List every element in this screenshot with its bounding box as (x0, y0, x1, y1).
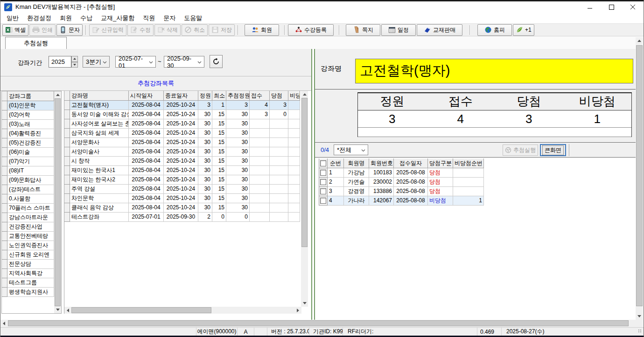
spin-down-icon[interactable] (71, 62, 78, 68)
course-row[interactable]: 차인문학2025-08-042025-10-24301530 (64, 194, 301, 203)
member-row[interactable]: 1가강남1001832025-08-08당첨 (319, 168, 484, 178)
select-all-checkbox-cell[interactable] (319, 158, 328, 168)
scroll-down-icon[interactable] (636, 313, 643, 320)
course-row[interactable]: 클래식 음악 감상2025-08-042025-10-24301530 (64, 203, 301, 213)
date-to-select[interactable]: 2025-09-30 (164, 56, 204, 68)
scroll-up-icon[interactable] (301, 91, 308, 98)
menu-item-4[interactable]: 교재_사물함 (97, 13, 139, 23)
checkbox[interactable] (320, 179, 326, 185)
tab-lottery-run[interactable]: 추첨실행 (5, 37, 67, 49)
panel-splitter[interactable] (311, 49, 315, 320)
menu-item-7[interactable]: 도움말 (180, 13, 206, 23)
modify-button[interactable]: 수정 (127, 24, 154, 36)
maximize-button[interactable] (601, 1, 622, 13)
quarter-select[interactable]: 3분기 (83, 56, 110, 68)
course-row[interactable]: 재미있는 한국사12025-08-042025-10-24301530 (64, 166, 301, 175)
course-row[interactable]: 사자성어로 살펴보는 춘2025-08-042025-10-24301530 (64, 119, 301, 129)
group-list-row[interactable]: 건강증진사업 (2, 222, 54, 232)
row-checkbox-cell[interactable] (319, 178, 328, 187)
scroll-up-icon[interactable] (54, 91, 61, 98)
checkbox[interactable] (320, 170, 326, 176)
group-list-row[interactable]: (06)미술 (2, 148, 54, 157)
scroll-left-icon[interactable] (64, 307, 71, 314)
window-hscrollbar[interactable] (0, 320, 636, 327)
member-button[interactable]: 회원 (245, 24, 279, 36)
course-row[interactable]: 재미있는 한국사22025-08-042025-10-24301530 (64, 175, 301, 185)
row-checkbox-cell[interactable] (319, 196, 328, 206)
member-row[interactable]: 2가연슬2300022025-08-08당첨 (319, 178, 484, 187)
group-list-row[interactable]: 전문상담 (2, 260, 54, 269)
scroll-thumb[interactable] (636, 45, 643, 306)
group-list-row[interactable]: 평생학습지원사 (2, 288, 54, 297)
course-row[interactable]: 동서양 미술 이해와 감상2025-08-042025-10-243015303… (64, 110, 301, 119)
member-row[interactable]: 4가나라1420672025-08-08비당첨1 (319, 196, 484, 206)
plus-one-button[interactable]: +1 (513, 24, 534, 36)
minimize-button[interactable] (579, 1, 601, 13)
run-lottery-button[interactable]: 추첨실행 (503, 144, 538, 156)
resize-grip[interactable] (638, 330, 642, 333)
menu-item-0[interactable]: 일반 (2, 13, 23, 23)
scroll-right-icon[interactable] (294, 307, 301, 314)
refresh-button[interactable] (210, 55, 223, 68)
group-list-vscrollbar[interactable] (54, 91, 61, 313)
group-list-row[interactable]: 0.사물함 (2, 194, 54, 204)
scroll-down-icon[interactable] (301, 300, 308, 307)
course-row[interactable]: 주역 강설2025-08-042025-10-24301530 (64, 185, 301, 194)
scroll-thumb[interactable] (55, 98, 61, 306)
member-row[interactable]: 3강경영1338862025-08-08당첨 (319, 187, 484, 196)
group-list-row[interactable]: (09)문화답사 (2, 176, 54, 185)
group-list-row[interactable]: (강좌)테스트 (2, 185, 54, 194)
year-input[interactable]: 2025 (49, 56, 71, 68)
spin-up-icon[interactable] (71, 56, 78, 62)
group-list-row[interactable]: 강남스마트라운 (2, 213, 54, 222)
checkbox[interactable] (320, 188, 326, 194)
save-button[interactable]: 저장 (209, 24, 235, 36)
window-vscrollbar[interactable] (636, 37, 643, 320)
year-spinner[interactable] (71, 56, 78, 68)
course-row[interactable]: 삼국지와 삶의 세계2025-08-042025-10-24301530 (64, 129, 301, 138)
scroll-thumb[interactable] (71, 307, 211, 313)
checkbox[interactable] (320, 198, 326, 204)
menu-item-6[interactable]: 문자 (159, 13, 180, 23)
course-row[interactable]: 고전철학(맹자)2025-08-042025-10-2431343 (64, 101, 301, 110)
schedule-button[interactable]: 일정 (381, 24, 416, 36)
menu-item-2[interactable]: 회원 (56, 13, 76, 23)
checkbox[interactable] (320, 160, 326, 166)
group-list-row[interactable]: (05)건강증진 (2, 138, 54, 148)
menu-item-1[interactable]: 환경설정 (23, 13, 56, 23)
menu-item-5[interactable]: 직원 (139, 13, 159, 23)
row-checkbox-cell[interactable] (319, 187, 328, 196)
scroll-thumb[interactable] (301, 98, 308, 247)
scroll-left-icon[interactable] (0, 320, 7, 327)
course-row[interactable]: 테스트강좌2025-07-012025-09-30200 (64, 213, 301, 222)
date-from-select[interactable]: 2025-07-01 (115, 56, 156, 68)
group-list-row[interactable]: (04)활력증진 (2, 129, 54, 138)
scroll-up-icon[interactable] (636, 37, 643, 44)
book-sale-button[interactable]: 교재판매 (417, 24, 462, 36)
group-list-row[interactable]: (03)노래 (2, 120, 54, 129)
group-list-row[interactable]: 70플러스 스마트 (2, 204, 54, 213)
enroll-button[interactable]: 수강등록 (288, 24, 334, 36)
big-screen-button[interactable]: 큰화면 (540, 144, 566, 156)
menu-item-3[interactable]: 수납 (76, 13, 97, 23)
course-row[interactable]: 서양미술사2025-08-042025-10-24301530 (64, 147, 301, 157)
cancel-button[interactable]: 취소 (182, 24, 208, 36)
excel-button[interactable]: 엑셀 (2, 24, 28, 36)
course-table-vscrollbar[interactable] (301, 91, 308, 307)
group-list-row[interactable]: 교통안전베테랑 (2, 232, 54, 241)
scroll-down-icon[interactable] (54, 306, 61, 313)
course-table-hscrollbar[interactable] (64, 307, 301, 314)
group-list-row[interactable]: (02)어학 (2, 110, 54, 120)
group-list-row[interactable]: (01)인문학 (2, 101, 54, 110)
group-list-row[interactable]: 테스트그룹 (2, 278, 54, 288)
group-list-row[interactable]: 지역사회특강 (2, 269, 54, 278)
status-filter-select[interactable]: *전체 (334, 144, 368, 155)
scroll-thumb[interactable] (8, 320, 629, 326)
group-list-row[interactable]: (08)IT (2, 166, 54, 176)
group-list-row[interactable]: 노인권익증진사 (2, 241, 54, 250)
print-button[interactable]: 인쇄 (29, 24, 56, 36)
delete-button[interactable]: 삭제 (154, 24, 181, 36)
group-list-row[interactable]: 신규회원 오리엔 (2, 250, 54, 260)
close-button[interactable] (622, 1, 644, 13)
row-checkbox-cell[interactable] (319, 168, 328, 178)
